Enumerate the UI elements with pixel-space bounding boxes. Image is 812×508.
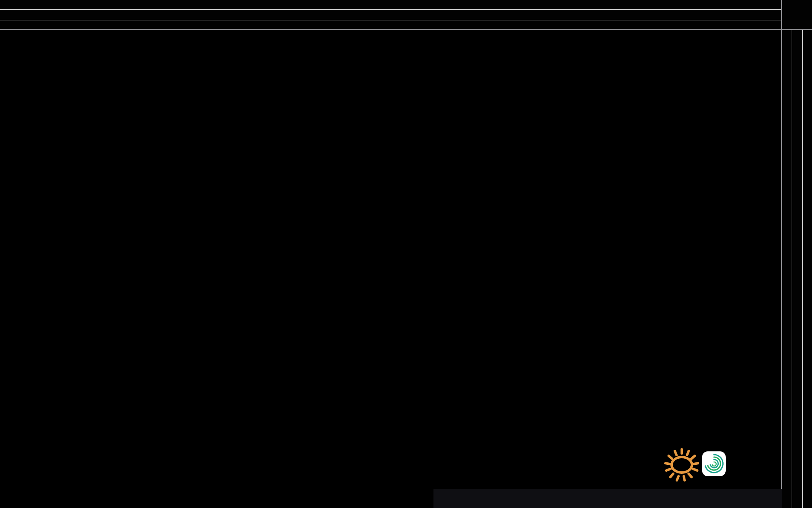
top-profile-10km-line xyxy=(0,9,781,10)
top-profile-5km-line xyxy=(0,20,781,20)
radar-screenshot xyxy=(0,0,812,508)
dbz-scale-panel xyxy=(433,489,782,508)
vertical-separator xyxy=(781,0,782,508)
metnet-app-icon xyxy=(702,451,727,477)
right-profile-5km-line xyxy=(792,30,792,508)
radar-map xyxy=(0,30,781,508)
horizontal-separator xyxy=(0,29,812,30)
right-height-profile xyxy=(782,0,812,508)
right-profile-10km-line xyxy=(802,30,803,508)
top-height-profile xyxy=(0,0,781,29)
sun-icon xyxy=(663,444,700,484)
metnet-logo xyxy=(663,443,781,485)
